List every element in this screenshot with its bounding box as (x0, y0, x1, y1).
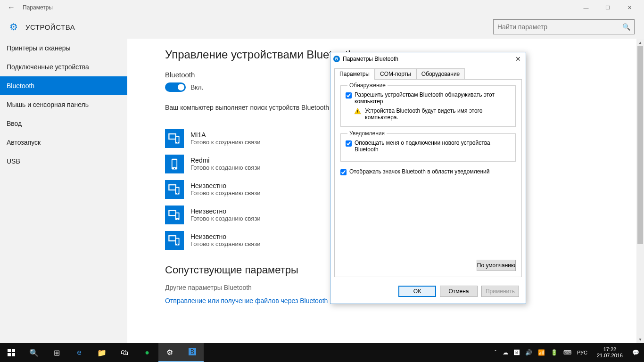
warning-text: Устройства Bluetooth будут видеть имя эт… (365, 107, 511, 121)
clock-date: 21.07.2016 (597, 353, 623, 359)
svg-rect-28 (12, 353, 15, 356)
tray-network-icon[interactable]: 📶 (538, 349, 545, 356)
svg-point-17 (177, 218, 178, 219)
device-status: Готово к созданию связи (190, 240, 261, 247)
tray-onedrive-icon[interactable]: ☁ (503, 349, 508, 356)
minimize-button[interactable]: — (575, 0, 597, 15)
bluetooth-taskbar-icon[interactable]: 🅱 (181, 343, 204, 362)
scrollbar[interactable]: ▲ ▼ (636, 39, 644, 343)
warning-icon: ! (354, 107, 361, 115)
checkbox-tray-icon[interactable]: Отображать значок Bluetooth в области ув… (340, 168, 516, 175)
sidebar-item-mouse[interactable]: Мышь и сенсорная панель (0, 95, 127, 114)
file-explorer-icon[interactable]: 📁 (91, 343, 113, 362)
device-status: Готово к созданию связи (190, 164, 261, 171)
device-icon (165, 180, 184, 199)
svg-rect-16 (176, 213, 179, 218)
device-name: Неизвестно (190, 233, 261, 240)
svg-rect-19 (170, 236, 175, 240)
dialog-tabs: Параметры COM-порты Оборудование (330, 66, 526, 80)
device-name: Неизвестно (190, 207, 261, 215)
tab-hardware[interactable]: Оборудование (416, 68, 465, 80)
tray-volume-icon[interactable]: 🔊 (525, 349, 532, 356)
start-button[interactable] (0, 343, 23, 362)
cancel-button[interactable]: Отмена (440, 286, 478, 297)
scroll-down-arrow[interactable]: ▼ (636, 336, 644, 343)
dialog-body: Обнаружение Разрешить устройствам Blueto… (334, 79, 522, 277)
page-title: УСТРОЙСТВА (25, 23, 75, 31)
scroll-thumb[interactable] (637, 46, 643, 244)
svg-text:!: ! (357, 109, 358, 114)
language-indicator[interactable]: РУС (577, 350, 587, 355)
apply-button[interactable]: Применить (481, 286, 519, 297)
maximize-button[interactable]: ☐ (597, 0, 619, 15)
notifications-legend: Уведомления (347, 130, 387, 137)
settings-taskbar-icon[interactable]: ⚙ (158, 343, 181, 362)
svg-rect-25 (8, 349, 11, 352)
back-button[interactable]: ← (4, 3, 19, 12)
device-status: Готово к созданию связи (190, 189, 261, 197)
svg-point-4 (177, 142, 178, 143)
checkbox-notify-connect[interactable]: Оповещать меня о подключении нового устр… (346, 140, 511, 153)
sidebar-item-connected[interactable]: Подключенные устройства (0, 58, 127, 76)
allow-discovery-input[interactable] (346, 92, 352, 99)
tray-keyboard-icon[interactable]: ⌨ (563, 349, 571, 356)
window-title: Параметры (23, 4, 53, 11)
tray-bluetooth-icon[interactable]: 🅱 (514, 349, 520, 356)
tab-com-ports[interactable]: COM-порты (375, 68, 416, 80)
svg-rect-14 (170, 211, 175, 215)
spotify-icon[interactable]: ● (136, 343, 158, 362)
close-button[interactable]: ✕ (619, 0, 640, 15)
search-taskbar-icon[interactable]: 🔍 (23, 343, 45, 362)
tab-options[interactable]: Параметры (334, 68, 375, 80)
svg-rect-26 (12, 349, 15, 352)
bluetooth-toggle[interactable] (165, 82, 186, 92)
svg-point-22 (177, 244, 178, 245)
ok-button[interactable]: ОК (398, 286, 436, 297)
device-name: Неизвестно (190, 182, 261, 189)
svg-rect-6 (173, 160, 177, 167)
device-status: Готово к созданию связи (190, 139, 261, 146)
svg-rect-27 (8, 353, 11, 356)
sidebar: Принтеры и сканеры Подключенные устройст… (0, 39, 127, 343)
bluetooth-icon: B (333, 56, 340, 62)
fieldset-notifications: Уведомления Оповещать меня о подключении… (340, 133, 516, 162)
edge-icon[interactable]: e (68, 343, 91, 362)
svg-rect-21 (176, 239, 179, 244)
sidebar-item-usb[interactable]: USB (0, 152, 127, 171)
sidebar-item-printers[interactable]: Принтеры и сканеры (0, 39, 127, 58)
taskbar: 🔍 ⊞ e 📁 🛍 ● ⚙ 🅱 ˄ ☁ 🅱 🔊 📶 🔋 ⌨ РУС 17:22 … (0, 343, 644, 362)
settings-header: ⚙ УСТРОЙСТВА 🔍 (0, 15, 644, 39)
tray-icon-input[interactable] (340, 169, 347, 175)
svg-rect-9 (170, 185, 175, 189)
tray-chevron-icon[interactable]: ˄ (494, 349, 497, 356)
svg-rect-1 (170, 134, 175, 139)
sidebar-item-typing[interactable]: Ввод (0, 114, 127, 133)
device-name: Redmi (190, 156, 261, 164)
tray-icon-label: Отображать значок Bluetooth в области ув… (349, 168, 489, 175)
taskbar-clock[interactable]: 17:22 21.07.2016 (593, 346, 627, 359)
device-icon (165, 231, 184, 250)
bluetooth-settings-dialog: B Параметры Bluetooth ✕ Параметры COM-по… (330, 52, 526, 304)
svg-point-12 (177, 193, 178, 194)
dialog-titlebar[interactable]: B Параметры Bluetooth ✕ (330, 52, 526, 66)
search-icon: 🔍 (622, 23, 630, 31)
dialog-close-button[interactable]: ✕ (513, 55, 523, 63)
search-input[interactable] (497, 23, 622, 31)
task-view-icon[interactable]: ⊞ (45, 343, 68, 362)
svg-point-7 (174, 168, 175, 169)
store-icon[interactable]: 🛍 (113, 343, 136, 362)
notify-connect-input[interactable] (346, 140, 352, 147)
scroll-up-arrow[interactable]: ▲ (636, 39, 644, 46)
svg-rect-11 (176, 188, 179, 193)
window-titlebar: ← Параметры — ☐ ✕ (0, 0, 644, 15)
sidebar-item-bluetooth[interactable]: Bluetooth (0, 76, 127, 95)
device-icon (165, 129, 184, 148)
search-box[interactable]: 🔍 (493, 19, 635, 34)
sidebar-item-autoplay[interactable]: Автозапуск (0, 133, 127, 152)
action-center-icon[interactable]: 💬 (632, 349, 639, 356)
checkbox-allow-discovery[interactable]: Разрешить устройствам Bluetooth обнаружи… (346, 91, 511, 105)
fieldset-discovery: Обнаружение Разрешить устройствам Blueto… (340, 85, 516, 127)
tray-battery-icon[interactable]: 🔋 (551, 349, 558, 356)
device-icon (165, 155, 184, 173)
defaults-button[interactable]: По умолчанию (477, 260, 516, 271)
